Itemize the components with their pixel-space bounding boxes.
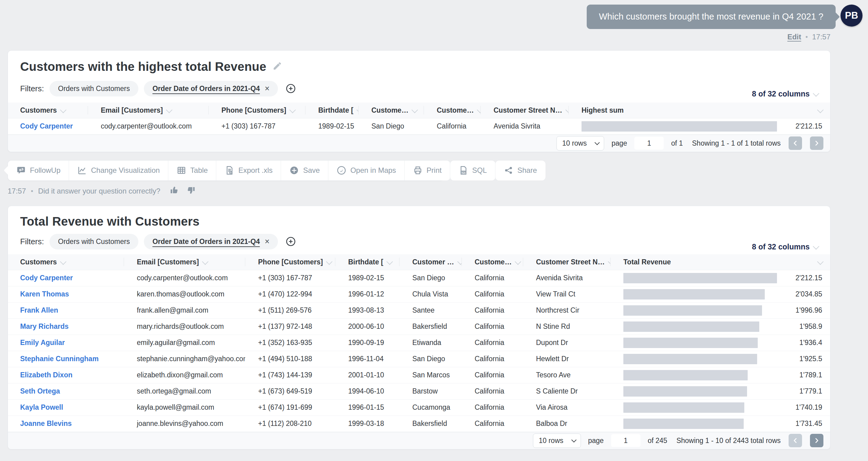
chevron-down-icon[interactable] [386, 258, 393, 265]
state-cell: California [462, 387, 523, 395]
customer-name-link[interactable]: Joanne Blevins [8, 420, 124, 428]
column-header-phone[interactable]: Phone [Customers] [245, 254, 335, 270]
column-header-email[interactable]: Email [Customers] [124, 254, 245, 270]
add-filter-icon[interactable] [285, 236, 296, 247]
previous-page-button[interactable] [788, 434, 802, 447]
next-page-button[interactable] [810, 434, 824, 447]
column-header-street[interactable]: Customer Street N… [523, 254, 611, 270]
column-header-phone[interactable]: Phone [Customers] [209, 103, 305, 118]
street-cell: Via Airosa [523, 403, 611, 411]
open-in-maps-button[interactable]: Open in Maps [328, 161, 404, 180]
avatar: PB [840, 5, 863, 27]
column-header-customers[interactable]: Customers [8, 254, 124, 270]
chevron-right-icon [813, 140, 820, 146]
customer-name-link[interactable]: Kayla Powell [8, 403, 124, 411]
columns-summary-dropdown[interactable]: 8 of 32 columns [752, 242, 818, 251]
customer-name-link[interactable]: Mary Richards [8, 322, 124, 331]
chevron-down-icon[interactable] [412, 106, 418, 113]
filter-chip-order-date[interactable]: Order Date of Orders in 2021-Q4 × [144, 81, 278, 96]
chevron-down-icon[interactable] [817, 106, 824, 113]
remove-filter-icon[interactable]: × [265, 237, 270, 246]
birthdate-cell: 1996-01-12 [335, 290, 400, 298]
remove-filter-icon[interactable]: × [265, 85, 270, 93]
state-cell: California [462, 403, 523, 411]
metabot-chat-page: Which customers brought the most revenue… [0, 0, 868, 461]
chevron-down-icon[interactable] [477, 106, 481, 113]
column-header-email[interactable]: Email [Customers] [88, 103, 209, 118]
filter-chip-orders-with-customers[interactable]: Orders with Customers [50, 81, 138, 96]
add-filter-icon[interactable] [285, 83, 296, 94]
birthdate-cell: 1993-08-13 [335, 306, 400, 315]
previous-page-button[interactable] [788, 136, 802, 150]
customer-name-link[interactable]: Cody Carpenter [8, 122, 88, 130]
revenue-cell: 2'212.15 [611, 273, 830, 283]
chevron-down-icon[interactable] [166, 106, 173, 113]
city-cell: Bakersfield [400, 322, 462, 331]
chevron-down-icon[interactable] [817, 258, 824, 265]
columns-summary-dropdown[interactable]: 8 of 32 columns [752, 90, 818, 98]
table-header-row: Customers Email [Customers] Phone [Custo… [8, 254, 830, 270]
print-button[interactable]: Print [405, 161, 450, 180]
customer-name-link[interactable]: Emily Aguilar [8, 338, 124, 347]
next-page-button[interactable] [810, 136, 824, 150]
column-header-customers[interactable]: Customers [8, 103, 88, 118]
chevron-down-icon[interactable] [515, 258, 521, 265]
chevron-down-icon[interactable] [356, 106, 359, 113]
filter-chip-orders-with-customers[interactable]: Orders with Customers [50, 234, 138, 250]
column-header-state[interactable]: Custome… [462, 254, 523, 270]
customer-name-link[interactable]: Seth Ortega [8, 387, 124, 395]
table-view-button[interactable]: Table [168, 161, 216, 180]
chevron-down-icon[interactable] [60, 106, 66, 113]
chevron-down-icon[interactable] [326, 258, 332, 265]
column-header-state[interactable]: Custome… [424, 103, 481, 118]
export-xls-button[interactable]: Export .xls [216, 161, 281, 180]
chevron-down-icon[interactable] [608, 258, 611, 265]
customer-name-link[interactable]: Elizabeth Dixon [8, 371, 124, 379]
column-header-highest-sum[interactable]: Highest sum [569, 103, 830, 118]
street-cell: Avenida Sivrita [523, 274, 611, 282]
email-cell: emily.aguilar@gmail.com [124, 338, 245, 347]
change-visualization-button[interactable]: Change Visualization [69, 161, 168, 180]
sql-button[interactable]: SQL SQL [450, 161, 495, 180]
page-number-input[interactable] [634, 137, 664, 150]
result-card-total-revenue: Total Revenue with Customers Filters: Or… [8, 206, 831, 450]
page-number-input[interactable] [611, 434, 641, 447]
share-button[interactable]: Share [495, 161, 546, 180]
phone-cell: +1 (674) 191-699 [245, 403, 335, 411]
customer-name-link[interactable]: Cody Carpenter [8, 274, 124, 282]
customer-name-link[interactable]: Karen Thomas [8, 290, 124, 298]
value-bar [623, 305, 762, 316]
followup-button[interactable]: FollowUp [8, 161, 69, 180]
rows-per-page-select[interactable]: 10 rows [533, 433, 581, 448]
thumbs-down-icon[interactable] [187, 186, 196, 197]
save-button[interactable]: Save [281, 161, 328, 180]
chevron-down-icon[interactable] [202, 258, 209, 265]
edit-question-link[interactable]: Edit [787, 33, 801, 41]
customer-name-link[interactable]: Stephanie Cunningham [8, 355, 124, 363]
street-cell: N Stine Rd [523, 322, 611, 331]
customer-name-link[interactable]: Frank Allen [8, 306, 124, 315]
column-header-birthdate[interactable]: Birthdate [ [335, 254, 400, 270]
column-header-total-revenue[interactable]: Total Revenue [611, 254, 830, 270]
printer-icon [413, 166, 423, 175]
card-title: Customers with the highest total Revenue [20, 60, 266, 73]
phone-cell: +1 (112) 208-210 [245, 420, 335, 428]
rows-per-page-select[interactable]: 10 rows [556, 136, 604, 151]
chevron-down-icon[interactable] [289, 106, 296, 113]
street-cell: View Trail Ct [523, 290, 611, 298]
edit-title-pencil-icon[interactable] [273, 61, 282, 72]
table-row: Cody Carpenter cody.carpenter@outlook.co… [8, 270, 830, 286]
filter-chip-order-date[interactable]: Order Date of Orders in 2021-Q4 × [144, 234, 278, 250]
column-header-city[interactable]: Customer … [400, 254, 462, 270]
revenue-value: 2'212.15 [782, 122, 822, 130]
chevron-right-icon [813, 437, 820, 444]
column-header-street[interactable]: Customer Street N… [481, 103, 569, 118]
chevron-down-icon[interactable] [565, 106, 569, 113]
chevron-down-icon[interactable] [457, 258, 462, 265]
thumbs-up-icon[interactable] [169, 186, 179, 197]
column-header-birthdate[interactable]: Birthdate [ [305, 103, 359, 118]
column-header-city[interactable]: Custome… [359, 103, 424, 118]
table-row: Cody Carpenter cody.carpenter@outlook.co… [8, 119, 830, 135]
chevron-down-icon[interactable] [60, 258, 66, 265]
table-row: Mary Richards mary.richards@outlook.com … [8, 319, 830, 335]
